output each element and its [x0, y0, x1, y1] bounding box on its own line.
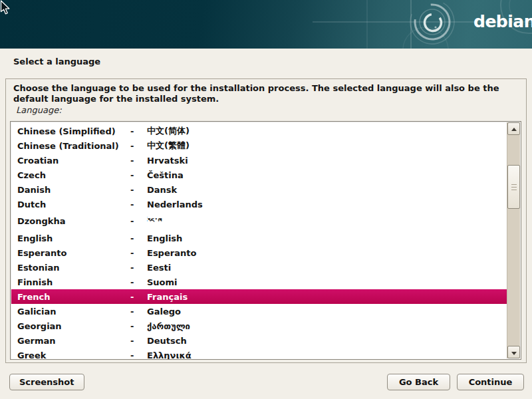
language-list-item[interactable]: Chinese (Simplified)-中文(简体): [11, 124, 507, 138]
language-native-name: Deutsch: [147, 336, 507, 346]
language-list-item[interactable]: French-Français: [11, 289, 507, 304]
language-name: Esperanto: [11, 248, 130, 258]
language-native-name: Čeština: [147, 170, 507, 180]
scrollbar-thumb[interactable]: [507, 165, 520, 209]
separator: -: [130, 141, 147, 151]
separator: -: [130, 307, 147, 317]
language-listbox: Chinese (Simplified)-中文(简体)Chinese (Trad…: [10, 121, 521, 360]
scroll-up-button[interactable]: [507, 122, 520, 135]
language-list-item[interactable]: Greek-Ελληνικά: [11, 348, 507, 360]
language-native-name: Suomi: [147, 277, 507, 287]
language-list-item[interactable]: Danish-Dansk: [11, 182, 507, 197]
language-list-item[interactable]: Croatian-Hrvatski: [11, 153, 507, 168]
language-name: Czech: [11, 170, 130, 180]
language-native-name: English: [147, 233, 507, 243]
language-list-item[interactable]: Galician-Galego: [11, 304, 507, 319]
separator: -: [130, 126, 147, 136]
main-panel: Choose the language to be used for the i…: [5, 78, 527, 363]
mouse-cursor-icon: [0, 0, 11, 15]
language-list-item[interactable]: English-English: [11, 231, 507, 245]
language-native-name: Ελληνικά: [147, 350, 507, 360]
language-name: French: [11, 292, 130, 302]
separator: -: [130, 170, 147, 180]
language-list-item[interactable]: Esperanto-Esperanto: [11, 245, 507, 260]
separator: -: [130, 200, 147, 209]
vertical-scrollbar[interactable]: [507, 122, 520, 358]
debian-banner: debian8: [0, 0, 532, 49]
language-list-item[interactable]: Dutch-Nederlands: [11, 197, 507, 211]
language-native-name: Nederlands: [147, 200, 507, 209]
debian-logo-text: debian8: [473, 12, 532, 31]
separator: -: [130, 233, 147, 243]
separator: -: [130, 350, 147, 360]
language-name: Estonian: [11, 263, 130, 273]
thumb-grip: [511, 187, 517, 188]
language-list-item[interactable]: Estonian-Eesti: [11, 260, 507, 275]
language-list-item[interactable]: German-Deutsch: [11, 333, 507, 348]
language-name: Galician: [11, 307, 130, 317]
language-list: Chinese (Simplified)-中文(简体)Chinese (Trad…: [11, 124, 507, 360]
debian-swirl-artwork: [0, 0, 532, 49]
separator: -: [130, 321, 147, 331]
page-title: Select a language: [13, 57, 100, 66]
language-name: English: [11, 233, 130, 243]
scroll-down-icon: [511, 352, 517, 355]
separator: -: [130, 263, 147, 273]
language-native-name: Eesti: [147, 263, 507, 273]
language-name: Georgian: [11, 321, 130, 331]
language-native-name: རྫོང་ཁ: [147, 217, 507, 225]
separator: -: [130, 248, 147, 258]
language-field-label: Language:: [16, 105, 62, 115]
separator: -: [130, 185, 147, 195]
language-list-item[interactable]: Finnish-Suomi: [11, 275, 507, 289]
language-native-name: Esperanto: [147, 248, 507, 258]
scroll-up-icon: [511, 128, 517, 131]
screenshot-button[interactable]: Screenshot: [9, 374, 84, 390]
language-name: Danish: [11, 185, 130, 195]
language-native-name: 中文(简体): [147, 125, 507, 137]
language-name: Finnish: [11, 277, 130, 287]
language-native-name: 中文(繁體): [147, 140, 507, 152]
separator: -: [130, 277, 147, 287]
language-name: German: [11, 336, 130, 346]
language-native-name: ქართული: [147, 321, 507, 331]
language-name: Dzongkha: [11, 216, 130, 226]
thumb-grip: [511, 184, 517, 185]
language-name: Dutch: [11, 200, 130, 209]
language-name: Chinese (Traditional): [11, 141, 130, 151]
separator: -: [130, 292, 147, 302]
go-back-button[interactable]: Go Back: [387, 374, 450, 390]
language-native-name: Hrvatski: [147, 156, 507, 166]
thumb-grip: [511, 190, 517, 190]
installer-window: debian8 Select a language Choose the lan…: [0, 0, 532, 399]
language-name: Croatian: [11, 156, 130, 166]
language-native-name: Galego: [147, 307, 507, 317]
scroll-down-button[interactable]: [507, 346, 520, 358]
continue-button[interactable]: Continue: [457, 374, 524, 390]
language-name: Chinese (Simplified): [11, 126, 130, 136]
language-list-item[interactable]: Chinese (Traditional)-中文(繁體): [11, 138, 507, 153]
language-name: Greek: [11, 350, 130, 360]
separator: -: [130, 336, 147, 346]
language-list-item[interactable]: Czech-Čeština: [11, 168, 507, 182]
separator: -: [130, 156, 147, 166]
language-native-name: Français: [147, 292, 507, 302]
instruction-text: Choose the language to be used for the i…: [13, 83, 511, 104]
language-list-item[interactable]: Georgian-ქართული: [11, 319, 507, 333]
language-list-item[interactable]: Dzongkha-རྫོང་ཁ: [11, 211, 507, 231]
language-native-name: Dansk: [147, 185, 507, 195]
separator: -: [130, 216, 147, 226]
